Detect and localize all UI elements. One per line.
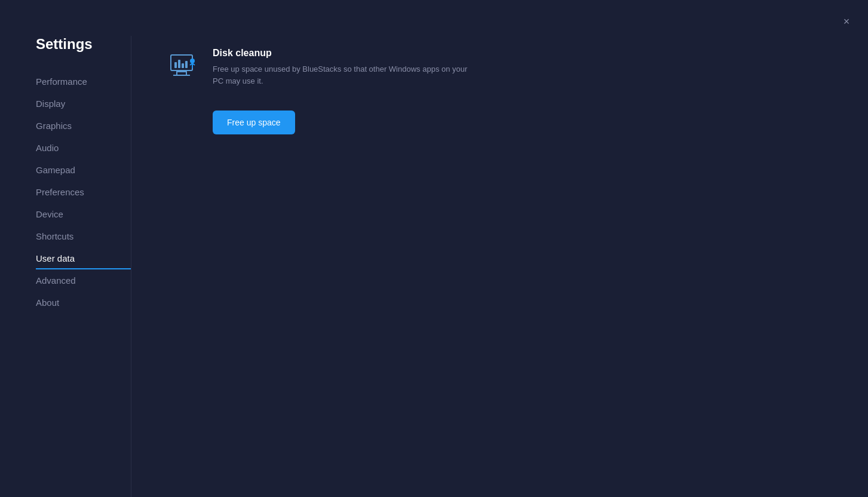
sidebar-item-device[interactable]: Device bbox=[36, 203, 131, 225]
close-icon: × bbox=[844, 16, 850, 28]
sidebar: Settings Performance Display Graphics Au… bbox=[0, 36, 131, 497]
sidebar-item-performance[interactable]: Performance bbox=[36, 70, 131, 93]
content-area: Disk cleanup Free up space unused by Blu… bbox=[131, 36, 868, 497]
svg-rect-6 bbox=[185, 61, 188, 68]
disk-cleanup-info: Disk cleanup Free up space unused by Blu… bbox=[213, 48, 832, 134]
sidebar-item-about[interactable]: About bbox=[36, 292, 131, 314]
disk-cleanup-title: Disk cleanup bbox=[213, 48, 832, 59]
svg-rect-3 bbox=[174, 62, 177, 68]
close-button[interactable]: × bbox=[837, 12, 856, 31]
page-title: Settings bbox=[36, 36, 131, 53]
disk-cleanup-section: Disk cleanup Free up space unused by Blu… bbox=[167, 36, 832, 146]
sidebar-item-display[interactable]: Display bbox=[36, 93, 131, 115]
svg-rect-4 bbox=[178, 60, 180, 68]
disk-cleanup-description: Free up space unused by BlueStacks so th… bbox=[213, 63, 476, 87]
sidebar-item-preferences[interactable]: Preferences bbox=[36, 181, 131, 203]
settings-container: Settings Performance Display Graphics Au… bbox=[0, 0, 868, 497]
sidebar-item-audio[interactable]: Audio bbox=[36, 137, 131, 159]
sidebar-item-graphics[interactable]: Graphics bbox=[36, 115, 131, 137]
sidebar-item-gamepad[interactable]: Gamepad bbox=[36, 159, 131, 181]
sidebar-item-user-data[interactable]: User data bbox=[36, 247, 131, 269]
free-up-space-button[interactable]: Free up space bbox=[213, 111, 295, 134]
svg-rect-0 bbox=[171, 55, 192, 70]
sidebar-item-shortcuts[interactable]: Shortcuts bbox=[36, 225, 131, 247]
disk-cleanup-icon bbox=[167, 50, 201, 84]
sidebar-item-advanced[interactable]: Advanced bbox=[36, 269, 131, 292]
svg-rect-5 bbox=[182, 63, 184, 68]
